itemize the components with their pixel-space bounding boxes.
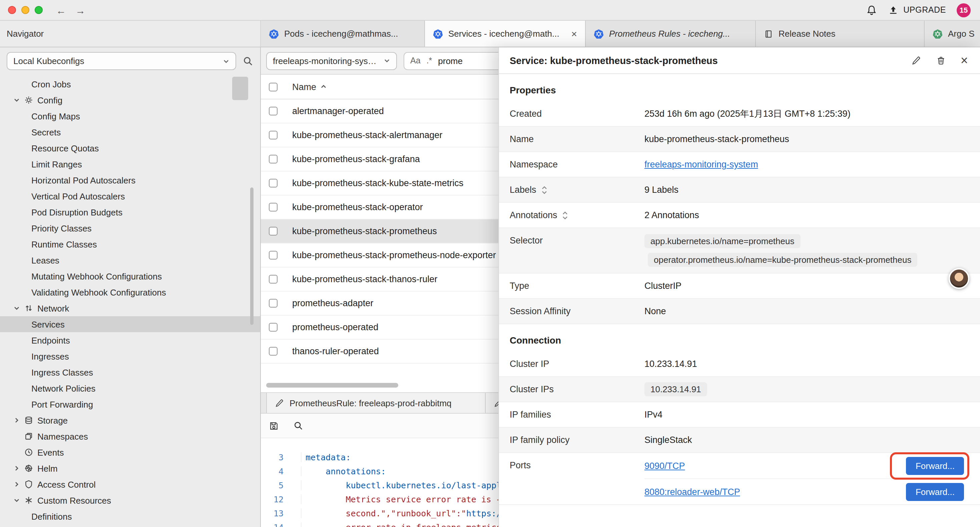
tab-services-icecheng-math[interactable]: Services - icecheng@math...× <box>425 21 586 47</box>
sidebar-item-config-maps[interactable]: Config Maps <box>0 108 260 124</box>
app-window: ← → UPGRADE 15 Navigator Pods - icecheng… <box>0 0 980 527</box>
sidebar-item-pod-disruption-budgets[interactable]: Pod Disruption Budgets <box>0 204 260 220</box>
sidebar-item-endpoints[interactable]: Endpoints <box>0 332 260 348</box>
row-checkbox[interactable] <box>269 275 277 283</box>
sidebar-item-label: Config <box>37 95 62 105</box>
edit-icon[interactable] <box>911 56 921 65</box>
chevron-right-icon[interactable] <box>13 481 20 488</box>
port-link[interactable]: 9090/TCP <box>644 461 685 471</box>
tab-pods-icecheng-mathmas[interactable]: Pods - icecheng@mathmas... <box>261 21 425 47</box>
kubernetes-icon <box>433 29 443 39</box>
row-checkbox[interactable] <box>269 131 277 139</box>
chevron-down-icon[interactable] <box>13 497 20 504</box>
sidebar-item-label: Vertical Pod Autoscalers <box>31 191 125 201</box>
bell-icon[interactable] <box>866 4 877 16</box>
sidebar-item-leases[interactable]: Leases <box>0 252 260 268</box>
row-checkbox[interactable] <box>269 107 277 115</box>
sidebar-item-port-forwarding[interactable]: Port Forwarding <box>0 396 260 412</box>
sidebar-item-cron-jobs[interactable]: Cron Jobs <box>0 76 260 92</box>
row-checkbox[interactable] <box>269 323 277 331</box>
row-checkbox[interactable] <box>269 203 277 212</box>
zoom-window-button[interactable] <box>35 6 43 14</box>
notification-badge[interactable]: 15 <box>957 3 970 17</box>
delete-icon[interactable] <box>936 56 946 65</box>
sidebar-item-ingresses[interactable]: Ingresses <box>0 348 260 364</box>
close-icon[interactable]: × <box>961 54 968 67</box>
sidebar-item-events[interactable]: Events <box>0 444 260 460</box>
forward-button[interactable]: → <box>75 4 85 16</box>
scrollbar-thumb[interactable] <box>232 77 248 100</box>
sidebar-item-network-policies[interactable]: Network Policies <box>0 380 260 396</box>
property-label: Name <box>510 134 534 144</box>
sidebar-item-definitions[interactable]: Definitions <box>0 508 260 524</box>
property-row-ip-family-policy: IP family policySingleStack <box>499 428 980 453</box>
sidebar-item-access-control[interactable]: Access Control <box>0 476 260 492</box>
sidebar-item-secrets[interactable]: Secrets <box>0 124 260 140</box>
scrollbar-thumb[interactable] <box>266 383 398 388</box>
sidebar-item-config[interactable]: Config <box>0 92 260 108</box>
editor-tab-prometheusrule[interactable]: PrometheusRule: freeleaps-prod-rabbitmq <box>266 393 486 413</box>
row-checkbox[interactable] <box>269 251 277 260</box>
property-label: Labels <box>510 185 536 195</box>
code-text: metadata: <box>301 452 351 462</box>
chevron-right-icon[interactable] <box>13 417 20 424</box>
tab-prometheus-rules-icecheng[interactable]: Prometheus Rules - icecheng... <box>586 21 756 47</box>
sidebar-item-vertical-pod-autoscalers[interactable]: Vertical Pod Autoscalers <box>0 188 260 204</box>
name-column-header[interactable]: Name <box>292 82 327 92</box>
sidebar-item-horizontal-pod-autoscalers[interactable]: Horizontal Pod Autoscalers <box>0 172 260 188</box>
regex-toggle[interactable]: .* <box>426 56 432 65</box>
row-checkbox[interactable] <box>269 299 277 307</box>
sidebar-item-helm[interactable]: Helm <box>0 460 260 476</box>
sidebar-item-ingress-classes[interactable]: Ingress Classes <box>0 364 260 380</box>
chevron-down-icon[interactable] <box>13 305 20 312</box>
forward-button[interactable]: Forward... <box>906 457 964 474</box>
search-icon[interactable] <box>294 420 304 431</box>
property-value: IPv4 <box>644 409 662 420</box>
sidebar-item-network[interactable]: Network <box>0 300 260 316</box>
row-checkbox[interactable] <box>269 227 277 236</box>
chevron-right-icon[interactable] <box>13 465 20 471</box>
sidebar-item-services[interactable]: Services <box>0 316 260 332</box>
sidebar-item-resource-quotas[interactable]: Resource Quotas <box>0 140 260 156</box>
match-case-toggle[interactable]: Aa <box>410 56 421 65</box>
close-tab-icon[interactable]: × <box>571 28 577 39</box>
sidebar-item-priority-classes[interactable]: Priority Classes <box>0 220 260 236</box>
select-all-checkbox[interactable] <box>269 83 277 91</box>
kubeconfig-dropdown-value: Local Kubeconfigs <box>13 56 218 66</box>
scrollbar-thumb[interactable] <box>250 188 253 325</box>
chevron-down-icon[interactable] <box>13 97 20 103</box>
forward-button[interactable]: Forward... <box>906 482 964 501</box>
property-value: 9 Labels <box>644 185 678 195</box>
row-checkbox[interactable] <box>269 155 277 164</box>
sidebar-item-label: Horizontal Pod Autoscalers <box>31 175 135 185</box>
save-icon[interactable] <box>269 420 279 431</box>
minimize-window-button[interactable] <box>21 6 29 14</box>
tab-argo-s[interactable]: Argo S <box>924 21 980 47</box>
sidebar-item-runtime-classes[interactable]: Runtime Classes <box>0 236 260 252</box>
sidebar-item-mutating-webhook-configurations[interactable]: Mutating Webhook Configurations <box>0 268 260 284</box>
sidebar-item-namespaces[interactable]: Namespaces <box>0 428 260 444</box>
sidebar-item-label: Validating Webhook Configurations <box>31 287 166 297</box>
top-strip: Navigator Pods - icecheng@mathmas...Serv… <box>0 21 980 47</box>
user-avatar[interactable] <box>949 268 969 289</box>
sort-updown-icon[interactable] <box>541 185 548 194</box>
back-button[interactable]: ← <box>56 4 66 16</box>
sidebar-item-validating-webhook-configurations[interactable]: Validating Webhook Configurations <box>0 284 260 300</box>
sidebar-item-limit-ranges[interactable]: Limit Ranges <box>0 156 260 172</box>
row-checkbox[interactable] <box>269 347 277 355</box>
sidebar-item-storage[interactable]: Storage <box>0 412 260 428</box>
kubeconfig-dropdown[interactable]: Local Kubeconfigs <box>7 52 236 70</box>
search-icon[interactable] <box>243 56 253 66</box>
sidebar-item-custom-resources[interactable]: Custom Resources <box>0 492 260 508</box>
property-label: IP family policy <box>510 435 570 445</box>
namespace-dropdown[interactable]: freeleaps-monitoring-system <box>266 52 397 70</box>
row-name: kube-prometheus-stack-operator <box>292 202 423 212</box>
row-checkbox[interactable] <box>269 179 277 188</box>
upgrade-button[interactable]: UPGRADE <box>888 5 946 15</box>
port-link[interactable]: 8080:reloader-web/TCP <box>644 487 740 497</box>
tab-release-notes[interactable]: Release Notes <box>756 21 924 47</box>
row-name: thanos-ruler-operated <box>292 346 379 356</box>
close-window-button[interactable] <box>8 6 16 14</box>
namespace-link[interactable]: freeleaps-monitoring-system <box>644 159 758 169</box>
sort-updown-icon[interactable] <box>562 210 569 220</box>
